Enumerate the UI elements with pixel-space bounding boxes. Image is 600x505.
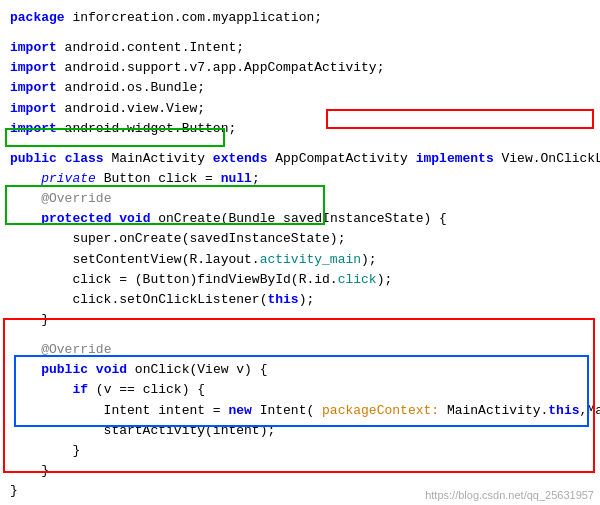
code-line-20: startActivity(intent); <box>10 421 590 441</box>
code-editor: package inforcreation.com.myapplication;… <box>0 0 600 505</box>
code-line-16: @Override <box>10 340 590 360</box>
code-line-8: private Button click = null; <box>10 169 590 189</box>
code-line-18: if (v == click) { <box>10 380 590 400</box>
watermark: https://blog.csdn.net/qq_25631957 <box>425 489 594 501</box>
code-line-15: } <box>10 310 590 330</box>
code-line-19: Intent intent = new Intent( packageConte… <box>10 401 590 421</box>
code-line-4: import android.os.Bundle; <box>10 78 590 98</box>
code-line-17: public void onClick(View v) { <box>10 360 590 380</box>
code-line-11: super.onCreate(savedInstanceState); <box>10 229 590 249</box>
code-line-9: @Override <box>10 189 590 209</box>
code-line-2: import android.content.Intent; <box>10 38 590 58</box>
code-line-5: import android.view.View; <box>10 99 590 119</box>
code-line-14: click.setOnClickListener(this); <box>10 290 590 310</box>
code-line-3: import android.support.v7.app.AppCompatA… <box>10 58 590 78</box>
code-line-12: setContentView(R.layout.activity_main); <box>10 250 590 270</box>
code-line-10: protected void onCreate(Bundle savedInst… <box>10 209 590 229</box>
code-line-13: click = (Button)findViewById(R.id.click)… <box>10 270 590 290</box>
code-line-21: } <box>10 441 590 461</box>
code-line-7: public class MainActivity extends AppCom… <box>10 149 590 169</box>
code-line-6: import android.widget.Button; <box>10 119 590 139</box>
code-line-1: package inforcreation.com.myapplication; <box>10 8 590 28</box>
code-line-22: } <box>10 461 590 481</box>
